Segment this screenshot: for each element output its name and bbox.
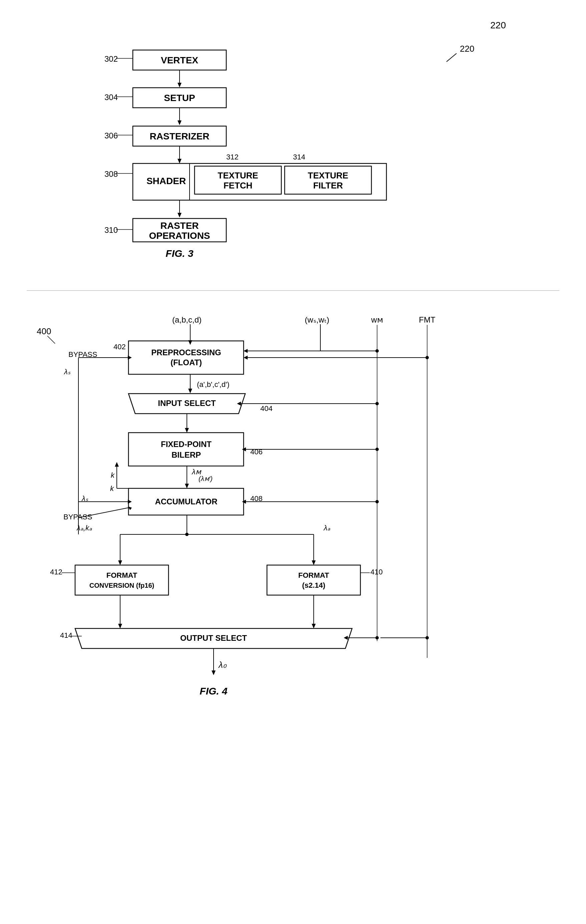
fig4-outputselect-arrow: [211, 670, 216, 675]
diagram-220-label: 220: [490, 20, 506, 31]
fig4-k-arrow-up: [115, 462, 119, 467]
fig4-right-branch-arrow: [312, 560, 316, 565]
fig4-400-line: [47, 336, 55, 343]
fig4-format-conv-box: [75, 565, 168, 595]
fig3-label-306: 306: [104, 131, 118, 140]
fig4-label-406: 406: [250, 448, 262, 456]
fig4-preprocessing-label1: PREPROCESSING: [151, 348, 221, 357]
fig4-left-branch-arrow: [118, 560, 122, 565]
fig4-label-412: 412: [50, 568, 63, 576]
fig3-ref-220: 220: [460, 44, 474, 54]
fig3-label-302: 302: [104, 54, 118, 63]
fig4-bilerp-box: [129, 433, 244, 466]
fig4-output-select-label: OUTPUT SELECT: [180, 634, 247, 642]
fig3-arrowhead-2: [178, 120, 182, 125]
fig4-fmt-outputselect-dot: [426, 636, 429, 639]
fig3-label-312: 312: [226, 153, 239, 161]
fig4-lambda-f-prime-label: (λᴍ'): [198, 475, 213, 482]
fig4-format-label2: (s2.14): [302, 581, 325, 589]
fig3-texture-filter-label2: FILTER: [313, 180, 343, 190]
fig3-raster-ops-label1: RASTER: [160, 221, 198, 231]
fig4-wswt-label: (wₛ,wₜ): [305, 315, 329, 324]
fig4-preprocessing-box: [129, 341, 244, 374]
fig4-fmt-label: FMT: [419, 315, 436, 324]
fig4-lambdaA-kA-label: λₐ,kₐ: [76, 524, 92, 532]
fig4-k-label-bilerp: k: [110, 484, 114, 493]
fig4-wf-dot: [375, 349, 379, 353]
fig3-shader-label: SHADER: [147, 176, 186, 186]
section-divider: [27, 290, 559, 291]
fig4-wf-outputselect-dot: [375, 636, 379, 639]
fig3-arrowhead-4: [178, 213, 182, 218]
fig3-texture-fetch-label1: TEXTURE: [218, 170, 258, 180]
fig4-label-414: 414: [60, 631, 73, 639]
fig4-format-label1: FORMAT: [298, 571, 329, 579]
fig4-format-box: [267, 565, 360, 595]
fig4-abcd-prime-label: (a',b',c',d'): [197, 380, 229, 389]
fig3-label-310: 310: [104, 226, 118, 234]
fig4-bypass-label-bottom: BYPASS: [63, 513, 92, 521]
fig4-diagram: 400 (a,b,c,d) (wₛ,wₜ) wᴍ FMT 402 PREPROC…: [27, 308, 561, 791]
fig4-bilerp-label2: BILERP: [172, 450, 201, 459]
fig3-raster-ops-label2: OPERATIONS: [149, 231, 210, 241]
fig4-wf-outputselect-arrow: [344, 636, 348, 640]
fig3-setup-label: SETUP: [164, 93, 195, 103]
fig4-format-arrow: [312, 624, 316, 629]
fig4-format-conv-label2: CONVERSION (fp16): [89, 582, 154, 589]
fig4-preprocessing-label2: (FLOAT): [170, 358, 202, 367]
fig4-label-410: 410: [370, 568, 383, 576]
fig4-k-accum-arrow: [128, 500, 132, 504]
fig3-diagram: 220 302 VERTEX 304 SETUP 306 RASTERIZER: [43, 33, 543, 267]
fig4-wf-inputselect-dot: [375, 402, 379, 405]
fig4-wf-inputselect-arrow: [237, 402, 241, 406]
fig4-label-402: 402: [114, 343, 126, 351]
fig3-vertex-label: VERTEX: [161, 55, 198, 65]
fig4-label-404: 404: [260, 404, 272, 412]
fig4-caption: FIG. 4: [200, 685, 228, 696]
fig4-lambda-s-top: λₛ: [64, 368, 71, 376]
fig3-220-line: [447, 53, 457, 62]
fig4-fmt-arrow: [244, 356, 248, 360]
fig4-lambdaA-right-label: λₐ: [324, 524, 330, 532]
fig3-label-304: 304: [104, 93, 118, 102]
fig3-texture-fetch-label2: FETCH: [224, 180, 253, 190]
fig4-k-label: k: [111, 471, 115, 479]
fig3-label-314: 314: [293, 153, 305, 161]
fig4-bilerp-label1: FIXED-POINT: [161, 440, 211, 449]
fig3-arrowhead-1: [178, 83, 182, 87]
fig4-inputselect-arrow: [185, 428, 189, 433]
fig3-texture-filter-label1: TEXTURE: [308, 170, 348, 180]
fig4-wf-bilerp-dot: [375, 448, 379, 451]
fig4-wf-accum-dot: [375, 500, 379, 503]
fig4-ref-400: 400: [37, 326, 51, 336]
fig4-bilerp-arrow: [185, 484, 189, 488]
fig3-caption: FIG. 3: [165, 248, 193, 259]
page: 220 220 302 VERTEX 304 SETUP 306: [0, 0, 586, 924]
fig4-format-conv-label1: FORMAT: [106, 571, 137, 579]
fig4-lambda0-label: λ₀: [218, 660, 227, 670]
fig3-arrowhead-3: [178, 159, 182, 163]
fig3-container: 220 220 302 VERTEX 304 SETUP 306: [27, 20, 559, 287]
fig4-fmt-dot: [426, 356, 429, 359]
fig3-rasterizer-label: RASTERIZER: [150, 131, 210, 142]
fig4-accumulator-label: ACCUMULATOR: [155, 497, 217, 506]
fig4-input-select-label: INPUT SELECT: [158, 399, 216, 408]
fig4-wswt-arrow: [244, 349, 248, 353]
fig4-formatconv-arrow: [118, 624, 122, 629]
fig4-container: 400 (a,b,c,d) (wₛ,wₜ) wᴍ FMT 402 PREPROC…: [27, 294, 559, 791]
fig4-wf-label: wᴍ: [371, 315, 383, 324]
fig4-preproc-arrow: [188, 389, 192, 393]
fig4-abcd-label: (a,b,c,d): [172, 315, 201, 324]
fig3-label-308: 308: [104, 170, 118, 178]
